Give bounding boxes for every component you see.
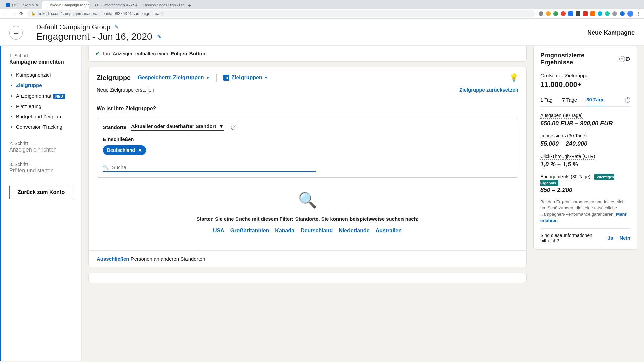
step-title[interactable]: Anzeigen einrichten: [9, 147, 73, 153]
extension-icon[interactable]: [620, 11, 625, 16]
impressions-label: Impressions (30 Tage): [540, 133, 587, 139]
tab-1day[interactable]: 1 Tag: [540, 97, 552, 106]
suggestion-link[interactable]: Großbritannien: [230, 228, 269, 234]
sidebar-item-conversion[interactable]: Conversion-Tracking: [9, 122, 73, 132]
search-icon: 🔍: [103, 165, 109, 170]
back-icon[interactable]: ←: [3, 11, 8, 16]
impressions-value: 55.000 – 240.000: [540, 140, 630, 147]
browser-tab[interactable]: Fashion Shoes High - Free ph×: [137, 1, 184, 9]
audiences-dropdown[interactable]: in Zielgruppen▼: [223, 75, 268, 81]
location-search-input[interactable]: [112, 164, 316, 170]
audience-size-value: 11.000.000+: [540, 80, 630, 89]
back-to-account-button[interactable]: Zurück zum Konto: [9, 186, 73, 199]
new-badge: NEU: [53, 94, 65, 99]
spend-label: Ausgaben (30 Tage): [540, 113, 583, 119]
help-icon[interactable]: ?: [619, 56, 625, 62]
linkedin-icon: in: [223, 75, 230, 81]
extension-icon[interactable]: [539, 11, 543, 16]
forecast-disclaimer: Bei den Ergebnisprognosen handelt es sic…: [540, 199, 630, 224]
lightbulb-icon[interactable]: 💡: [509, 73, 518, 82]
step-title[interactable]: Prüfen und starten: [9, 168, 73, 174]
browser-tabs: (15) LinkedIn× LinkedIn Campaign Manager…: [0, 0, 644, 9]
divider: [216, 74, 217, 82]
suggestion-link[interactable]: Kanada: [275, 228, 294, 234]
lock-icon: 🔒: [31, 11, 36, 16]
suggest-text: Starten Sie eine Suche mit diesem Filter…: [103, 216, 512, 222]
sidebar-item-audience[interactable]: Zielgruppe: [9, 80, 73, 90]
search-suggestions: 🔍 Starten Sie eine Suche mit diesem Filt…: [97, 178, 518, 244]
reset-audience-link[interactable]: Zielgruppe zurücksetzen: [459, 87, 518, 93]
spend-value: 650,00 EUR – 900,00 EUR: [540, 120, 630, 127]
forecast-panel: Prognostizierte Ergebnisse ? ⚙ Größe der…: [533, 46, 644, 361]
location-type-select[interactable]: Aktueller oder dauerhafter Standort▼: [131, 123, 224, 131]
sidebar-item-format[interactable]: AnzeigenformatNEU: [9, 90, 73, 101]
menu-icon[interactable]: ⋮: [636, 11, 641, 16]
sidebar: 1. Schritt Kampagne einrichten Kampagnen…: [0, 46, 82, 361]
browser-address-bar: ← → ⟳ 🔒 linkedin.com/campaignmanager/acc…: [0, 9, 644, 19]
ctr-value: 1,0 % – 1,5 %: [540, 161, 630, 168]
extension-icon[interactable]: [598, 11, 602, 16]
browser-tab[interactable]: (15) LinkedIn×: [3, 1, 41, 9]
url-input[interactable]: 🔒 linkedin.com/campaignmanager/account/5…: [27, 10, 535, 17]
step-title: Kampagne einrichten: [9, 59, 73, 65]
browser-tab-active[interactable]: LinkedIn Campaign Manager×: [42, 1, 89, 9]
edit-icon[interactable]: ✎: [157, 34, 161, 40]
extension-icon[interactable]: [612, 11, 617, 16]
ctr-label: Click-Through-Rate (CTR): [540, 154, 595, 160]
audience-card: Zielgruppe Gespeicherte Zielgruppen▼ in …: [88, 67, 527, 267]
suggestion-link[interactable]: Australien: [376, 228, 402, 234]
forecast-tabs: 1 Tag 7 Tage 30 Tage ?: [540, 97, 630, 107]
new-audience-label: Neue Zielgruppe erstellen: [97, 87, 154, 93]
sidebar-item-placement[interactable]: Platzierung: [9, 101, 73, 111]
extension-icon[interactable]: [553, 11, 558, 16]
check-icon: ✔: [95, 50, 100, 57]
sidebar-item-objective[interactable]: Kampagnenziel: [9, 70, 73, 80]
location-question: Wo ist Ihre Zielgruppe?: [97, 106, 518, 112]
extension-icon[interactable]: [583, 11, 588, 16]
remove-chip-icon[interactable]: ✕: [138, 147, 142, 153]
caret-down-icon: ▼: [219, 123, 224, 129]
url-text: linkedin.com/campaignmanager/account/508…: [38, 11, 163, 16]
edit-icon[interactable]: ✎: [114, 24, 119, 31]
location-search[interactable]: 🔍: [103, 163, 316, 172]
suggestion-link[interactable]: USA: [213, 228, 224, 234]
search-icon: 🔍: [298, 191, 317, 209]
extension-icon[interactable]: [590, 11, 595, 16]
next-card-top: [88, 273, 527, 283]
audience-size-label: Größe der Zielgruppe: [540, 73, 588, 79]
exclude-row: Ausschließen Personen an anderen Standor…: [89, 250, 526, 267]
back-button[interactable]: ←: [9, 26, 23, 40]
caret-down-icon: ▼: [206, 76, 210, 80]
tab-7days[interactable]: 7 Tage: [562, 97, 577, 106]
forward-icon[interactable]: →: [11, 11, 16, 16]
extension-icons: ⋮: [539, 11, 641, 17]
include-label: Einschließen: [103, 136, 512, 142]
exclude-link[interactable]: Ausschließen: [97, 256, 129, 262]
new-tab-button[interactable]: +: [185, 3, 193, 9]
help-icon[interactable]: ?: [625, 97, 630, 103]
extension-icon[interactable]: [576, 11, 580, 16]
close-icon[interactable]: ×: [36, 3, 38, 7]
extension-icon[interactable]: [568, 11, 573, 16]
extension-icon[interactable]: [546, 11, 551, 16]
reload-icon[interactable]: ⟳: [19, 11, 23, 16]
location-label: Standorte: [103, 124, 126, 130]
campaign-name-title: Engagement - Jun 16, 2020 ✎: [36, 31, 587, 42]
feedback-no-button[interactable]: Nein: [619, 235, 630, 241]
extension-icon[interactable]: [561, 11, 566, 16]
info-card: ✔ Ihre Anzeigen enthalten einen Folgen-B…: [88, 46, 527, 62]
help-icon[interactable]: ?: [231, 125, 236, 130]
tab-30days[interactable]: 30 Tage: [586, 97, 605, 106]
extension-icon[interactable]: [605, 11, 610, 16]
browser-tab[interactable]: (15) Unternehmen XYZ: Admin×: [90, 1, 137, 9]
saved-audiences-dropdown[interactable]: Gespeicherte Zielgruppen▼: [138, 75, 209, 81]
main-content: ✔ Ihre Anzeigen enthalten einen Folgen-B…: [82, 46, 533, 361]
gear-icon[interactable]: ⚙: [625, 55, 630, 63]
suggestion-link[interactable]: Niederlande: [339, 228, 370, 234]
page-label: Neue Kampagne: [587, 29, 635, 36]
profile-avatar[interactable]: [627, 11, 633, 17]
sidebar-item-budget[interactable]: Budget und Zeitplan: [9, 111, 73, 122]
feedback-yes-button[interactable]: Ja: [608, 235, 613, 241]
section-title: Zielgruppe: [97, 74, 131, 82]
suggestion-link[interactable]: Deutschland: [301, 228, 333, 234]
